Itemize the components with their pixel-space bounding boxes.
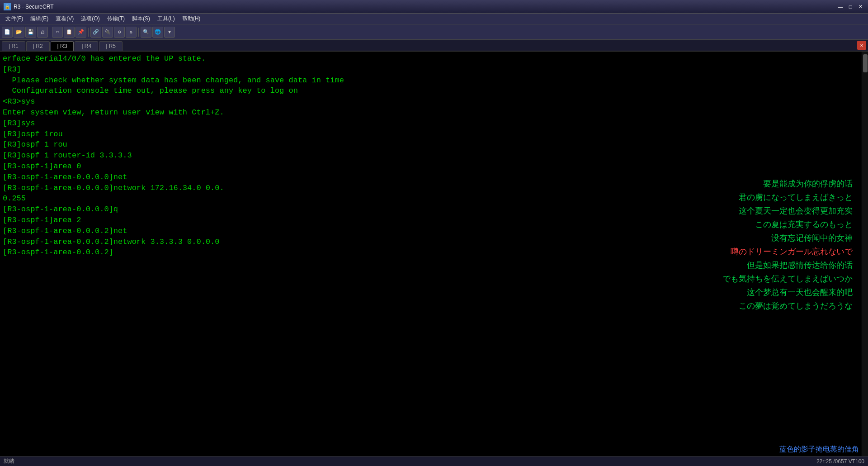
terminal-line: [R3-ospf-1-area-0.0.0.0]q (3, 204, 859, 215)
window-title: R3 - SecureCRT (14, 4, 53, 10)
terminal-line: [R3]ospf 1 rou (3, 139, 859, 150)
terminal-line: [R3]sys (3, 118, 859, 129)
terminal-line: erface Serial4/0/0 has entered the UP st… (3, 53, 859, 64)
terminal-line: [R3-ospf-1-area-0.0.0.2] (3, 247, 859, 258)
terminal-line: [R3-ospf-1-area-0.0.0.0]network 172.16.3… (3, 183, 859, 194)
terminal-line: [R3-ospf-1]area 2 (3, 215, 859, 226)
menu-item-t[interactable]: 传输(T) (104, 14, 128, 24)
menu-item-h[interactable]: 帮助(H) (179, 14, 204, 24)
terminal-line: [R3]ospf 1 router-id 3.3.3.3 (3, 150, 859, 161)
terminal-line: <R3>sys (3, 96, 859, 107)
menu-item-f[interactable]: 文件(F) (2, 14, 27, 24)
tab-close-button[interactable]: ✕ (857, 41, 866, 50)
menu-item-e[interactable]: 编辑(E) (27, 14, 52, 24)
terminal-line: Enter system view, return user view with… (3, 107, 859, 118)
toolbar-disconnect[interactable]: 🔌 (102, 27, 113, 38)
separator-2 (88, 28, 89, 37)
close-button[interactable]: ✕ (856, 3, 864, 11)
tab-r2[interactable]: | R2 (26, 41, 50, 51)
terminal-line: [R3-ospf-1-area-0.0.0.2]network 3.3.3.3 … (3, 237, 859, 247)
overlay-line-6: 但是如果把感情传达给你的话 (722, 260, 853, 271)
terminal-line: [R3-ospf-1-area-0.0.0.2]net (3, 226, 859, 237)
title-bar: 🔒 R3 - SecureCRT — □ ✕ (0, 0, 868, 14)
toolbar-copy[interactable]: 📋 (64, 27, 75, 38)
overlay-line-9: この夢は覚めてしまうだろうな (722, 300, 853, 311)
terminal-line: [R3-ospf-1]area 0 (3, 161, 859, 172)
terminal-line: Please check whether system data has bee… (3, 75, 859, 86)
separator-3 (138, 28, 139, 37)
overlay-line-7: でも気持ちを伝えてしまえばいつか (722, 273, 853, 284)
terminal[interactable]: erface Serial4/0/0 has entered the UP st… (0, 52, 862, 456)
status-position: 22r:25 /0657 VT100 (816, 458, 864, 465)
toolbar-transfer[interactable]: ⇅ (126, 27, 137, 38)
toolbar: 📄 📂 💾 🖨 ✂ 📋 📌 🔗 🔌 ⚙ ⇅ 🔍 🌐 ▼ (0, 24, 868, 40)
tab-r3[interactable]: | R3 (51, 41, 74, 51)
menu-item-v[interactable]: 查看(V) (52, 14, 77, 24)
toolbar-arrow-down[interactable]: ▼ (164, 27, 175, 38)
terminal-line: [R3]ospf 1rou (3, 129, 859, 140)
toolbar-cut[interactable]: ✂ (52, 27, 63, 38)
tab-r4[interactable]: | R4 (75, 41, 98, 51)
title-bar-left: 🔒 R3 - SecureCRT (4, 3, 53, 10)
menu-item-o[interactable]: 选项(O) (77, 14, 103, 24)
toolbar-find[interactable]: 🔍 (141, 27, 151, 38)
menu-item-s[interactable]: 脚本(S) (128, 14, 154, 24)
scrollbar[interactable] (862, 52, 868, 456)
toolbar-open[interactable]: 📂 (14, 27, 24, 38)
terminal-line: 0.255 (3, 193, 859, 204)
tab-r1[interactable]: | R1 (2, 41, 25, 51)
window-controls: — □ ✕ (836, 3, 864, 11)
separator-1 (50, 28, 50, 37)
toolbar-connect[interactable]: 🔗 (90, 27, 101, 38)
terminal-wrapper: erface Serial4/0/0 has entered the UP st… (0, 52, 868, 456)
terminal-line: [R3] (3, 64, 859, 75)
status-ready: 就绪 (4, 457, 14, 465)
maximize-button[interactable]: □ (846, 3, 854, 11)
minimize-button[interactable]: — (836, 3, 844, 11)
status-bar: 就绪 22r:25 /0657 VT100 (0, 456, 868, 466)
scrollbar-thumb[interactable] (863, 54, 868, 72)
overlay-line-8: 这个梦总有一天也会醒来的吧 (722, 287, 853, 298)
toolbar-save[interactable]: 💾 (25, 27, 36, 38)
terminal-line: [R3-ospf-1-area-0.0.0.0]net (3, 172, 859, 183)
toolbar-globe[interactable]: 🌐 (152, 27, 163, 38)
tab-bar: | R1| R2| R3| R4| R5✕ (0, 40, 868, 52)
toolbar-new[interactable]: 📄 (2, 27, 13, 38)
toolbar-paste[interactable]: 📌 (75, 27, 86, 38)
menu-item-l[interactable]: 工具(L) (154, 14, 179, 24)
toolbar-print[interactable]: 🖨 (37, 27, 48, 38)
menu-bar: 文件(F)编辑(E)查看(V)选项(O)传输(T)脚本(S)工具(L)帮助(H) (0, 14, 868, 24)
terminal-line: Configuration console time out, please p… (3, 86, 859, 96)
tab-r5[interactable]: | R5 (99, 41, 123, 51)
toolbar-settings[interactable]: ⚙ (114, 27, 125, 38)
app-icon: 🔒 (4, 3, 11, 10)
